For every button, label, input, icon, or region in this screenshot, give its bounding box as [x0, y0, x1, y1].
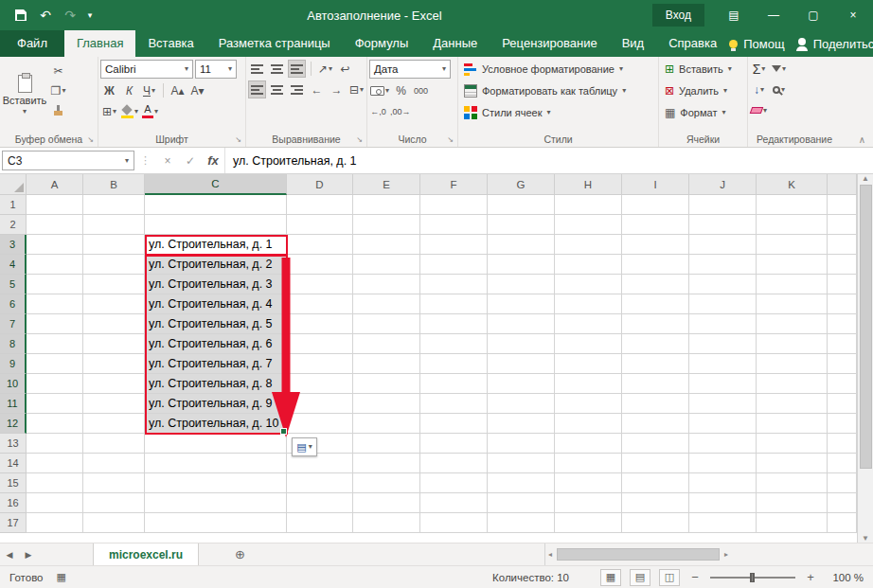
find-select-button[interactable]: ▾ — [770, 80, 788, 98]
align-middle-button[interactable] — [268, 60, 286, 78]
cell-F15[interactable] — [420, 473, 488, 493]
column-header-G[interactable]: G — [488, 174, 555, 195]
format-cells-button[interactable]: ▦Формат▾ — [661, 103, 745, 122]
clear-button[interactable]: ▾ — [750, 101, 768, 119]
cell-C14[interactable] — [145, 454, 287, 473]
maximize-button[interactable]: ▢ — [793, 0, 833, 30]
cell-B12[interactable] — [83, 414, 145, 434]
cell-A1[interactable] — [27, 195, 83, 215]
cell-F11[interactable] — [420, 394, 488, 414]
cell-D1[interactable] — [287, 195, 353, 215]
row-header-5[interactable]: 5 — [0, 275, 27, 294]
cell-J3[interactable] — [689, 235, 757, 255]
column-header-K[interactable]: K — [757, 174, 828, 195]
cell-J17[interactable] — [689, 513, 757, 533]
cell-G13[interactable] — [488, 434, 555, 454]
cell-J2[interactable] — [689, 215, 757, 235]
cell-J12[interactable] — [689, 414, 757, 434]
row-header-1[interactable]: 1 — [0, 195, 27, 215]
cell-F4[interactable] — [420, 255, 488, 275]
page-layout-view-icon[interactable]: ▤ — [630, 569, 650, 586]
cell-C2[interactable] — [145, 215, 287, 235]
cell-H15[interactable] — [555, 473, 622, 493]
cell-H7[interactable] — [555, 314, 622, 334]
row-header-6[interactable]: 6 — [0, 294, 27, 314]
cell-C9[interactable]: ул. Строительная, д. 7 — [145, 354, 287, 374]
column-header-H[interactable]: H — [555, 174, 622, 195]
cell-A10[interactable] — [27, 374, 83, 394]
cell-A13[interactable] — [27, 434, 83, 454]
row-header-4[interactable]: 4 — [0, 255, 27, 275]
cell-G6[interactable] — [488, 294, 555, 314]
cell-F13[interactable] — [420, 434, 488, 454]
cell-I10[interactable] — [622, 374, 689, 394]
bold-button[interactable]: Ж — [100, 81, 118, 99]
cell-E3[interactable] — [353, 235, 420, 255]
cell-K13[interactable] — [757, 434, 828, 454]
tab-data[interactable]: Данные — [420, 30, 490, 57]
cell-I17[interactable] — [622, 513, 689, 533]
align-center-button[interactable] — [268, 80, 286, 98]
cell-F10[interactable] — [420, 374, 488, 394]
dialog-launcher-icon[interactable]: ↘ — [87, 135, 94, 144]
cell-I3[interactable] — [622, 235, 689, 255]
cell-F5[interactable] — [420, 275, 488, 294]
cell-E13[interactable] — [353, 434, 420, 454]
cell-E1[interactable] — [353, 195, 420, 215]
sheet-nav-right-icon[interactable]: ▶ — [19, 550, 38, 560]
fill-handle[interactable] — [280, 428, 287, 435]
column-header-E[interactable]: E — [353, 174, 420, 195]
cell-D12[interactable] — [287, 414, 353, 434]
cell-I11[interactable] — [622, 394, 689, 414]
cell-D16[interactable] — [287, 493, 353, 513]
column-header-I[interactable]: I — [622, 174, 689, 195]
formula-input[interactable]: ул. Строительная, д. 1 — [224, 148, 873, 173]
font-color-button[interactable]: А▾ — [141, 102, 159, 120]
normal-view-icon[interactable]: ▦ — [600, 569, 621, 586]
close-button[interactable]: × — [833, 0, 873, 30]
cell-G2[interactable] — [488, 215, 555, 235]
scroll-down-icon[interactable]: ▼ — [862, 534, 869, 543]
align-top-button[interactable] — [248, 60, 266, 78]
cell-C8[interactable]: ул. Строительная, д. 6 — [145, 334, 287, 354]
zoom-out-button[interactable]: − — [688, 570, 702, 584]
cell-D2[interactable] — [287, 215, 353, 235]
borders-button[interactable]: ⊞▾ — [100, 102, 118, 120]
cell-F9[interactable] — [420, 354, 488, 374]
cell-A12[interactable] — [27, 414, 83, 434]
percent-format-button[interactable]: % — [392, 81, 410, 99]
cell-D7[interactable] — [287, 314, 353, 334]
row-header-7[interactable]: 7 — [0, 314, 27, 334]
cell-I4[interactable] — [622, 255, 689, 275]
cell-G17[interactable] — [488, 513, 555, 533]
cell-C6[interactable]: ул. Строительная, д. 4 — [145, 294, 287, 314]
column-header-C[interactable]: C — [145, 174, 287, 195]
cell-B6[interactable] — [83, 294, 145, 314]
tab-help[interactable]: Справка — [656, 30, 729, 57]
cell-F14[interactable] — [420, 454, 488, 473]
cell-D5[interactable] — [287, 275, 353, 294]
cell-A4[interactable] — [27, 255, 83, 275]
cell-A3[interactable] — [27, 235, 83, 255]
cell-K1[interactable] — [757, 195, 828, 215]
cell-E7[interactable] — [353, 314, 420, 334]
insert-cells-button[interactable]: ⊞Вставить▾ — [661, 60, 745, 79]
cell-I14[interactable] — [622, 454, 689, 473]
cell-A6[interactable] — [27, 294, 83, 314]
cell-K4[interactable] — [757, 255, 828, 275]
cell-K15[interactable] — [757, 473, 828, 493]
undo-button[interactable]: ↶ — [34, 3, 57, 27]
macro-record-icon[interactable]: ▦ — [57, 571, 66, 583]
cell-B7[interactable] — [83, 314, 145, 334]
cell-G8[interactable] — [488, 334, 555, 354]
increase-font-size-button[interactable]: А▴ — [169, 81, 187, 99]
cell-F12[interactable] — [420, 414, 488, 434]
cell-C13[interactable] — [145, 434, 287, 454]
cell-K9[interactable] — [757, 354, 828, 374]
row-header-12[interactable]: 12 — [0, 414, 27, 434]
sheet-nav-left-icon[interactable]: ◀ — [0, 550, 19, 560]
cell-K2[interactable] — [757, 215, 828, 235]
cell-H1[interactable] — [555, 195, 622, 215]
cell-B9[interactable] — [83, 354, 145, 374]
sign-in-button[interactable]: Вход — [652, 4, 704, 27]
